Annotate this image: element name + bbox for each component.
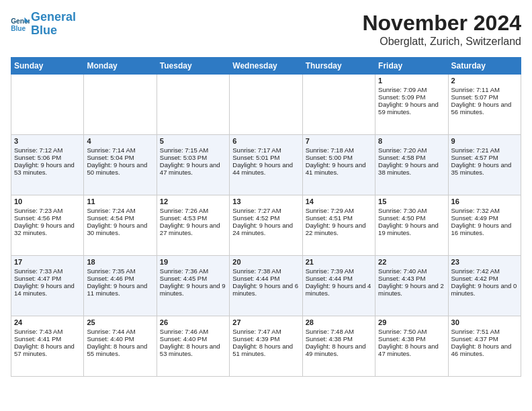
day-info: Sunset: 4:52 PM: [232, 214, 299, 222]
svg-text:Blue: Blue: [11, 25, 26, 32]
day-info: Sunrise: 7:36 AM: [160, 267, 226, 275]
day-info: Sunrise: 7:20 AM: [378, 146, 445, 154]
day-info: Sunrise: 7:15 AM: [160, 146, 226, 154]
day-info: Sunset: 5:09 PM: [378, 93, 445, 101]
calendar-cell: 23Sunrise: 7:42 AMSunset: 4:42 PMDayligh…: [448, 256, 521, 316]
day-info: Sunrise: 7:21 AM: [451, 146, 518, 154]
calendar-cell: 19Sunrise: 7:36 AMSunset: 4:45 PMDayligh…: [157, 256, 229, 316]
day-info: Daylight: 9 hours and 32 minutes.: [14, 222, 81, 236]
day-number: 10: [14, 197, 81, 205]
calendar-cell: [84, 75, 157, 135]
calendar-week-2: 3Sunrise: 7:12 AMSunset: 5:06 PMDaylight…: [11, 135, 521, 195]
calendar-cell: 3Sunrise: 7:12 AMSunset: 5:06 PMDaylight…: [11, 135, 84, 195]
day-info: Sunrise: 7:35 AM: [87, 267, 153, 275]
day-info: Sunrise: 7:24 AM: [87, 207, 153, 214]
day-info: Sunrise: 7:51 AM: [451, 328, 518, 335]
day-info: Sunrise: 7:14 AM: [87, 146, 153, 154]
day-info: Sunrise: 7:47 AM: [232, 328, 299, 335]
calendar-cell: [157, 75, 229, 135]
day-info: Daylight: 9 hours and 56 minutes.: [451, 101, 518, 116]
calendar-cell: 5Sunrise: 7:15 AMSunset: 5:03 PMDaylight…: [157, 135, 229, 195]
weekday-header-saturday: Saturday: [448, 58, 521, 75]
logo-blue: Blue: [31, 24, 76, 38]
day-number: 24: [14, 318, 81, 326]
calendar-cell: 30Sunrise: 7:51 AMSunset: 4:37 PMDayligh…: [448, 316, 521, 377]
calendar-cell: 6Sunrise: 7:17 AMSunset: 5:01 PMDaylight…: [230, 135, 302, 195]
calendar-cell: 14Sunrise: 7:29 AMSunset: 4:51 PMDayligh…: [302, 195, 375, 256]
day-number: 6: [232, 137, 299, 145]
calendar-cell: 26Sunrise: 7:46 AMSunset: 4:40 PMDayligh…: [157, 316, 229, 377]
day-info: Daylight: 9 hours and 22 minutes.: [306, 222, 372, 236]
day-info: Sunset: 4:57 PM: [451, 154, 518, 161]
calendar-cell: 8Sunrise: 7:20 AMSunset: 4:58 PMDaylight…: [375, 135, 448, 195]
day-info: Sunrise: 7:29 AM: [306, 207, 372, 214]
calendar-cell: 24Sunrise: 7:43 AMSunset: 4:41 PMDayligh…: [11, 316, 84, 377]
day-info: Sunset: 4:40 PM: [160, 335, 226, 342]
day-info: Sunset: 4:51 PM: [306, 214, 372, 222]
calendar-cell: [302, 75, 375, 135]
calendar-cell: 29Sunrise: 7:50 AMSunset: 4:38 PMDayligh…: [375, 316, 448, 377]
day-info: Sunset: 5:04 PM: [87, 154, 153, 161]
day-info: Sunset: 4:49 PM: [451, 214, 518, 222]
day-info: Sunset: 5:03 PM: [160, 154, 226, 161]
day-info: Sunset: 4:58 PM: [378, 154, 445, 161]
calendar-week-4: 17Sunrise: 7:33 AMSunset: 4:47 PMDayligh…: [11, 256, 521, 316]
day-number: 21: [306, 258, 372, 266]
day-info: Daylight: 8 hours and 49 minutes.: [306, 342, 372, 357]
day-info: Daylight: 9 hours and 2 minutes.: [378, 282, 445, 297]
calendar-cell: 28Sunrise: 7:48 AMSunset: 4:38 PMDayligh…: [302, 316, 375, 377]
day-info: Daylight: 9 hours and 14 minutes.: [14, 282, 81, 297]
day-info: Daylight: 8 hours and 53 minutes.: [160, 342, 226, 357]
day-number: 9: [451, 137, 518, 145]
day-info: Sunset: 4:56 PM: [14, 214, 81, 222]
day-number: 5: [160, 137, 226, 145]
calendar-cell: 13Sunrise: 7:27 AMSunset: 4:52 PMDayligh…: [230, 195, 302, 256]
day-info: Sunset: 4:46 PM: [87, 275, 153, 282]
day-info: Sunrise: 7:33 AM: [14, 267, 81, 275]
day-info: Daylight: 9 hours and 24 minutes.: [232, 222, 299, 236]
calendar-cell: 1Sunrise: 7:09 AMSunset: 5:09 PMDaylight…: [375, 75, 448, 135]
weekday-header-wednesday: Wednesday: [230, 58, 302, 75]
day-number: 28: [306, 318, 372, 326]
day-info: Sunrise: 7:27 AM: [232, 207, 299, 214]
day-number: 4: [87, 137, 153, 145]
day-number: 23: [451, 258, 518, 266]
day-info: Sunrise: 7:11 AM: [451, 86, 518, 93]
day-info: Sunset: 4:38 PM: [378, 335, 445, 342]
day-info: Sunrise: 7:44 AM: [87, 328, 153, 335]
day-number: 8: [378, 137, 445, 145]
day-info: Sunset: 4:43 PM: [378, 275, 445, 282]
day-info: Sunset: 5:00 PM: [306, 154, 372, 161]
day-info: Daylight: 9 hours and 19 minutes.: [378, 222, 445, 236]
day-number: 27: [232, 318, 299, 326]
day-info: Daylight: 9 hours and 59 minutes.: [378, 101, 445, 116]
day-number: 7: [306, 137, 372, 145]
calendar-header: SundayMondayTuesdayWednesdayThursdayFrid…: [11, 58, 521, 75]
day-info: Sunset: 4:54 PM: [87, 214, 153, 222]
day-info: Daylight: 9 hours and 9 minutes.: [160, 282, 226, 297]
day-info: Sunset: 4:45 PM: [160, 275, 226, 282]
day-info: Sunset: 4:44 PM: [232, 275, 299, 282]
day-number: 19: [160, 258, 226, 266]
day-info: Daylight: 8 hours and 47 minutes.: [378, 342, 445, 357]
calendar-cell: 2Sunrise: 7:11 AMSunset: 5:07 PMDaylight…: [448, 75, 521, 135]
day-info: Sunrise: 7:43 AM: [14, 328, 81, 335]
day-number: 13: [232, 197, 299, 205]
day-number: 3: [14, 137, 81, 145]
day-info: Sunset: 4:42 PM: [451, 275, 518, 282]
day-number: 12: [160, 197, 226, 205]
calendar-cell: 11Sunrise: 7:24 AMSunset: 4:54 PMDayligh…: [84, 195, 157, 256]
month-title: November 2024: [362, 11, 521, 36]
day-info: Daylight: 9 hours and 6 minutes.: [232, 282, 299, 297]
weekday-header-monday: Monday: [84, 58, 157, 75]
calendar-cell: 9Sunrise: 7:21 AMSunset: 4:57 PMDaylight…: [448, 135, 521, 195]
day-info: Daylight: 8 hours and 46 minutes.: [451, 342, 518, 357]
day-info: Sunrise: 7:18 AM: [306, 146, 372, 154]
day-info: Sunrise: 7:32 AM: [451, 207, 518, 214]
day-info: Sunrise: 7:30 AM: [378, 207, 445, 214]
day-info: Daylight: 9 hours and 50 minutes.: [87, 161, 153, 176]
day-info: Sunrise: 7:40 AM: [378, 267, 445, 275]
day-info: Sunrise: 7:23 AM: [14, 207, 81, 214]
day-number: 2: [451, 77, 518, 85]
day-info: Daylight: 9 hours and 27 minutes.: [160, 222, 226, 236]
